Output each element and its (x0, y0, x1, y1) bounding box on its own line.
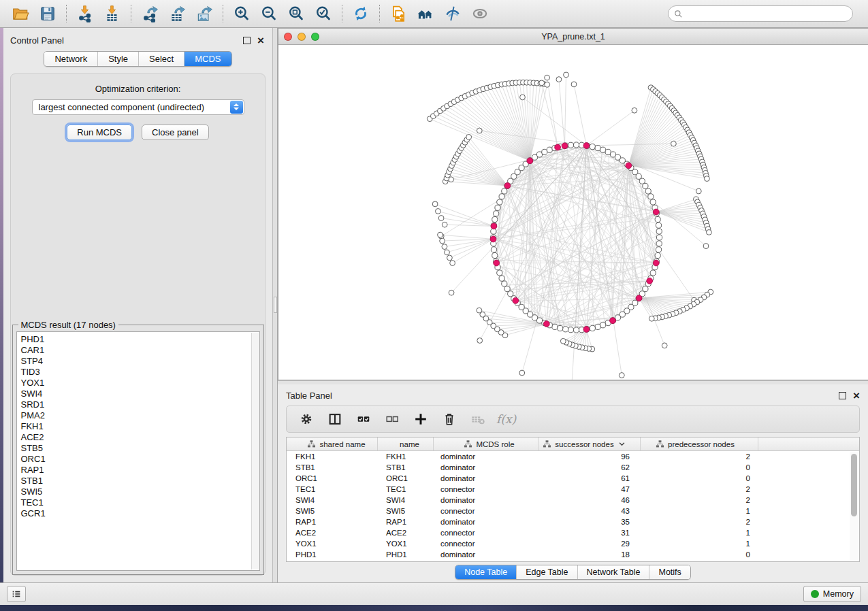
import-network-button[interactable] (71, 2, 99, 25)
open-file-button[interactable] (7, 2, 34, 25)
network-view-window: YPA_prune.txt_1 (278, 28, 868, 380)
refresh-button[interactable] (347, 2, 374, 25)
first-neighbors-icon (417, 5, 434, 22)
clone-network-icon (389, 5, 407, 22)
tab-network[interactable]: Network (44, 52, 97, 66)
table-row-FKH1[interactable]: FKH1 FKH1 dominator 96 2 (287, 451, 859, 462)
clone-network-button[interactable] (385, 2, 412, 25)
show-hidden-button[interactable] (466, 2, 494, 25)
network-titlebar[interactable]: YPA_prune.txt_1 (278, 29, 868, 45)
save-icon (39, 5, 57, 22)
control-panel-title: Control Panel (10, 35, 64, 46)
table-scrollbar[interactable] (850, 452, 858, 560)
close-panel-button[interactable]: × (257, 37, 264, 44)
column-type-icon (543, 440, 551, 448)
mcds-result-item[interactable]: ACE2 (21, 432, 259, 443)
tab-network-table[interactable]: Network Table (577, 565, 649, 579)
mcds-result-list[interactable]: PHD1CAR1STP4TID3YOX1SWI4SRD1PMA2FKH1ACE2… (16, 331, 260, 571)
column-header-shared-name[interactable]: shared name (287, 437, 378, 450)
table-row-SWI5[interactable]: SWI5 SWI5 connector 43 1 (287, 506, 859, 516)
mcds-result-item[interactable]: PHD1 (21, 334, 259, 345)
vertical-splitter[interactable] (272, 28, 278, 582)
zoom-fit-button[interactable] (283, 2, 310, 25)
table-row-ORC1[interactable]: ORC1 ORC1 dominator 61 0 (287, 473, 859, 484)
close-panel-action-button[interactable]: Close panel (142, 125, 209, 140)
fx-function-builder-icon[interactable]: f(x) (494, 412, 516, 426)
import-network-icon (76, 5, 94, 22)
search-input[interactable] (686, 7, 847, 20)
sort-desc-icon (619, 442, 625, 446)
task-history-button[interactable] (7, 586, 26, 602)
table-scrollbar-thumb[interactable] (851, 454, 857, 516)
select-value: largest connected component (undirected) (39, 102, 205, 112)
hide-selected-button[interactable] (439, 2, 466, 25)
search-box[interactable] (668, 5, 853, 22)
unselect-all-button[interactable] (379, 408, 405, 430)
zoom-selected-button[interactable] (310, 2, 337, 25)
gear-button[interactable] (293, 408, 319, 430)
export-image-button[interactable] (191, 2, 218, 25)
select-all-button[interactable] (351, 408, 376, 430)
import-table-button[interactable] (99, 2, 126, 25)
zoom-out-icon (260, 5, 278, 22)
mcds-result-item[interactable]: RAP1 (21, 465, 259, 476)
mcds-result-title: MCDS result (17 nodes) (18, 320, 118, 330)
mcds-result-item[interactable]: YOX1 (21, 378, 259, 389)
table-row-STB1[interactable]: STB1 STB1 dominator 62 0 (287, 462, 859, 473)
tab-style[interactable]: Style (97, 52, 138, 66)
mcds-result-item[interactable]: CAR1 (21, 345, 259, 356)
app-window: Control Panel × NetworkStyleSelectMCDS O… (0, 0, 868, 605)
tab-node-table[interactable]: Node Table (455, 565, 516, 579)
add-column-button[interactable] (408, 408, 434, 430)
tab-motifs[interactable]: Motifs (649, 565, 690, 579)
mcds-result-item[interactable]: GCR1 (21, 508, 259, 519)
mcds-result-item[interactable]: STB5 (21, 443, 259, 454)
tab-select[interactable]: Select (138, 52, 184, 66)
float-panel-button[interactable] (243, 37, 251, 44)
table-row-YOX1[interactable]: YOX1 YOX1 connector 29 1 (287, 538, 859, 549)
column-type-icon (656, 440, 664, 448)
export-table-button[interactable] (163, 2, 191, 25)
network-canvas[interactable] (278, 45, 868, 380)
save-button[interactable] (34, 2, 61, 25)
column-header-predecessor-nodes[interactable]: predecessor nodes (641, 437, 758, 450)
export-network-button[interactable] (136, 2, 163, 25)
columns-button[interactable] (322, 408, 348, 430)
run-mcds-button[interactable]: Run MCDS (67, 125, 132, 140)
column-header-name[interactable]: name (378, 437, 434, 450)
result-list-scrollbar[interactable] (251, 333, 259, 569)
first-neighbors-button[interactable] (412, 2, 439, 25)
float-table-panel-button[interactable] (839, 392, 846, 399)
mcds-result-item[interactable]: ORC1 (21, 454, 259, 465)
mcds-result-item[interactable]: FKH1 (21, 421, 259, 432)
add-column-icon (413, 412, 428, 427)
mcds-result-item[interactable]: STB1 (21, 476, 259, 486)
column-header-successor-nodes[interactable]: successor nodes (539, 437, 641, 450)
mcds-result-group: MCDS result (17 nodes) PHD1CAR1STP4TID3Y… (12, 325, 264, 575)
table-row-SWI4[interactable]: SWI4 SWI4 dominator 46 2 (287, 495, 859, 506)
zoom-in-button[interactable] (228, 2, 255, 25)
table-row-TEC1[interactable]: TEC1 TEC1 connector 47 2 (287, 484, 859, 495)
show-hidden-icon (471, 5, 489, 22)
table-row-RAP1[interactable]: RAP1 RAP1 dominator 35 2 (287, 516, 859, 527)
mcds-result-item[interactable]: STP4 (21, 356, 259, 367)
tab-mcds[interactable]: MCDS (184, 52, 231, 66)
mcds-result-item[interactable]: PMA2 (21, 410, 259, 421)
mcds-result-item[interactable]: TEC1 (21, 497, 259, 508)
mcds-result-item[interactable]: SWI4 (21, 389, 259, 399)
memory-button[interactable]: Memory (803, 586, 861, 602)
toolbar-separator (379, 5, 380, 22)
tab-edge-table[interactable]: Edge Table (516, 565, 577, 579)
delete-table-button[interactable] (465, 408, 491, 430)
optimization-criterion-select[interactable]: largest connected component (undirected) (32, 99, 244, 115)
close-table-panel-button[interactable]: × (853, 392, 860, 399)
table-row-PHD1[interactable]: PHD1 PHD1 dominator 18 0 (287, 549, 859, 560)
mcds-result-item[interactable]: SWI5 (21, 486, 259, 497)
delete-column-button[interactable] (436, 408, 462, 430)
mcds-result-item[interactable]: SRD1 (21, 399, 259, 410)
zoom-selected-icon (315, 5, 332, 22)
mcds-result-item[interactable]: TID3 (21, 367, 259, 378)
table-row-ACE2[interactable]: ACE2 ACE2 connector 31 1 (287, 527, 859, 538)
column-header-MCDS-role[interactable]: MCDS role (434, 437, 539, 450)
zoom-out-button[interactable] (255, 2, 283, 25)
